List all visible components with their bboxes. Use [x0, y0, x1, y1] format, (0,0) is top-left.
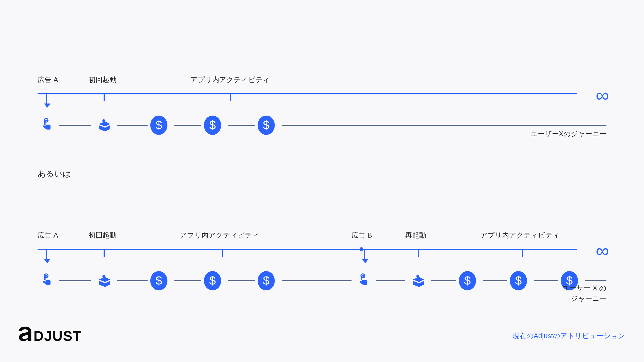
- connector: [534, 280, 558, 281]
- timeline-tick: [222, 249, 223, 257]
- connector: [282, 280, 352, 281]
- connector: [59, 280, 91, 281]
- connector: [376, 280, 405, 281]
- tap-icon: [38, 272, 55, 289]
- timeline-bar: [38, 93, 577, 94]
- label-relaunch: 再起動: [405, 231, 426, 240]
- connector: [117, 125, 148, 126]
- connector: [483, 280, 507, 281]
- unbox-gear-icon: [95, 272, 112, 289]
- label-in-app-activity: アプリ内アクティビティ: [191, 75, 270, 84]
- timeline-tick: [104, 249, 105, 257]
- connector: [174, 280, 201, 281]
- dollar-circle-icon: $: [204, 272, 221, 289]
- journey-1-end-label: ユーザーXのジャーニー: [530, 129, 606, 139]
- journey-2-end-label: ユーザー X の ジャーニー: [553, 283, 606, 304]
- infinity-icon: ∞: [596, 241, 609, 260]
- connector-end: [585, 280, 606, 281]
- label-in-app-activity-2: アプリ内アクティビティ: [480, 231, 560, 240]
- dollar-circle-icon: $: [510, 272, 527, 289]
- connector: [117, 280, 148, 281]
- dollar-circle-icon: $: [459, 272, 476, 289]
- label-first-launch: 初回起動: [89, 75, 116, 84]
- timeline-tick: [522, 249, 523, 257]
- journey-1-labels: 広告 A 初回起動 アプリ内アクティビティ: [38, 75, 606, 86]
- tap-icon: [38, 117, 55, 134]
- label-first-launch: 初回起動: [89, 231, 116, 240]
- connector: [228, 125, 255, 126]
- journey-2-labels: 広告 A 初回起動 アプリ内アクティビティ 広告 B 再起動 アプリ内アクティビ…: [38, 231, 606, 241]
- svg-text:DJUST: DJUST: [34, 328, 82, 344]
- svg-point-3: [102, 275, 105, 278]
- connector: [228, 280, 255, 281]
- svg-point-5: [416, 275, 419, 278]
- label-ad-b: 広告 B: [352, 231, 372, 240]
- timeline-dot: [360, 247, 363, 251]
- unbox-gear-icon: [95, 117, 112, 134]
- infinity-icon: ∞: [596, 86, 609, 105]
- dollar-circle-icon: $: [204, 117, 221, 134]
- timeline-tick: [418, 249, 419, 257]
- connector-end: [282, 125, 606, 126]
- timeline-bar: [38, 249, 577, 250]
- connector: [431, 280, 456, 281]
- adjust-logo: DJUST: [17, 326, 101, 346]
- dollar-circle-icon: $: [150, 117, 167, 134]
- label-ad-a: 広告 A: [38, 75, 58, 84]
- separator-or: あるいは: [38, 168, 71, 179]
- footer-caption: 現在のAdjustのアトリビューション: [513, 331, 625, 341]
- journey-2-nodes: $ $ $ $ $ $: [38, 272, 606, 294]
- timeline-tick: [230, 93, 231, 101]
- tap-icon: [354, 272, 371, 289]
- dollar-circle-icon: $: [150, 272, 167, 289]
- unbox-gear-icon: [409, 272, 426, 289]
- connector: [174, 125, 201, 126]
- connector: [59, 125, 91, 126]
- label-in-app-activity-1: アプリ内アクティビティ: [180, 231, 259, 240]
- dollar-circle-icon: $: [258, 272, 275, 289]
- timeline-tick: [104, 93, 105, 101]
- journey-1-nodes: $ $ $: [38, 117, 606, 138]
- label-ad-a: 広告 A: [38, 231, 58, 240]
- dollar-circle-icon: $: [258, 117, 275, 134]
